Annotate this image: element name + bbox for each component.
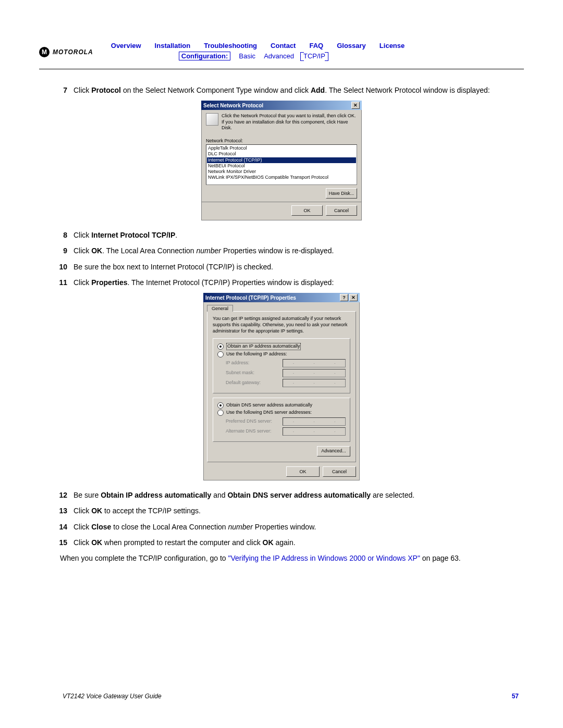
text: Click	[74, 538, 91, 547]
text: Click	[74, 523, 91, 531]
field-label: Preferred DNS server:	[226, 418, 277, 425]
text: .	[175, 231, 177, 239]
list-item[interactable]: AppleTalk Protocol	[207, 145, 356, 151]
bold-text: OK	[91, 538, 102, 547]
footer-title: VT2142 Voice Gateway User Guide	[63, 693, 162, 700]
bold-text: Protocol	[91, 86, 121, 94]
ok-button[interactable]: OK	[291, 205, 323, 216]
alternate-dns-field: Alternate DNS server: ...	[226, 427, 346, 436]
step-13: 13 Click OK to accept the TCP/IP setting…	[39, 505, 524, 516]
advanced-button[interactable]: Advanced...	[317, 446, 350, 456]
closing-paragraph: When you complete the TCP/IP configurati…	[60, 553, 524, 563]
nav-installation[interactable]: Installation	[155, 42, 191, 50]
header-divider	[39, 69, 524, 69]
text: on the Select Network Component Type win…	[121, 86, 311, 94]
cancel-button[interactable]: Cancel	[326, 205, 357, 216]
text: again.	[274, 538, 296, 547]
step-number: 15	[39, 537, 74, 548]
text: Be sure	[74, 491, 101, 499]
text: Click	[74, 278, 91, 287]
protocol-list-label: Network Protocol:	[206, 138, 357, 143]
protocol-list[interactable]: AppleTalk Protocol DLC Protocol Internet…	[206, 144, 357, 185]
text: Click	[74, 507, 91, 515]
text: to accept the TCP/IP settings.	[102, 507, 201, 515]
subnav-basic[interactable]: Basic	[239, 52, 255, 60]
radio-icon	[217, 351, 224, 357]
have-disk-button[interactable]: Have Disk...	[326, 188, 357, 199]
step-12: 12 Be sure Obtain IP address automatical…	[39, 490, 524, 500]
dialog-description: You can get IP settings assigned automat…	[213, 316, 350, 334]
nav-license[interactable]: License	[380, 42, 405, 50]
step-number: 14	[39, 522, 74, 532]
radio-icon	[217, 402, 224, 409]
bold-text: Internet Protocol TCP/IP	[91, 231, 175, 239]
subnav-tcpip[interactable]: TCP/IP	[302, 52, 326, 60]
text: to close the Local Area Connection	[111, 523, 228, 531]
text: Properties window is re-displayed.	[221, 246, 334, 255]
text: on page 63.	[420, 554, 461, 562]
bold-text: OK	[91, 507, 102, 515]
nav-faq[interactable]: FAQ	[309, 42, 323, 50]
step-number: 8	[39, 230, 74, 240]
cancel-button[interactable]: Cancel	[323, 466, 356, 477]
select-network-protocol-dialog: Select Network Protocol ✕ Click the Netw…	[201, 101, 362, 220]
list-item[interactable]: NetBEUI Protocol	[207, 163, 356, 169]
list-item[interactable]: NWLink IPX/SPX/NetBIOS Compatible Transp…	[207, 175, 356, 180]
nav-glossary[interactable]: Glossary	[337, 42, 366, 50]
subnav-advanced[interactable]: Advanced	[264, 52, 294, 60]
bold-text: Add	[311, 86, 325, 94]
radio-icon	[217, 343, 224, 350]
close-icon[interactable]: ✕	[351, 102, 360, 109]
subnav-configuration[interactable]: Configuration:	[179, 52, 231, 60]
radio-use-following-dns[interactable]: Use the following DNS server addresses:	[217, 410, 346, 416]
radio-label: Use the following IP address:	[226, 351, 287, 357]
step-10: 10 Be sure the box next to Internet Prot…	[39, 262, 524, 272]
step-number: 10	[39, 262, 74, 272]
text: When you complete the TCP/IP configurati…	[60, 554, 228, 562]
bold-text: Properties	[91, 278, 127, 287]
text: and	[211, 491, 227, 499]
step-number: 7	[39, 85, 74, 95]
ok-button[interactable]: OK	[286, 466, 320, 477]
text: . The Local Area Connection	[102, 246, 196, 255]
radio-label: Obtain an IP address automatically	[226, 343, 301, 350]
text: Click	[74, 231, 91, 239]
text: . The Select Network Protocol window is …	[325, 86, 489, 94]
tab-general[interactable]: General	[207, 305, 233, 312]
text: Click	[74, 86, 91, 94]
text: Properties window.	[253, 523, 316, 531]
radio-label: Obtain DNS server address automatically	[226, 402, 312, 409]
protocol-icon	[206, 113, 218, 126]
help-icon[interactable]: ?	[340, 294, 348, 301]
nav-contact[interactable]: Contact	[271, 42, 296, 50]
bold-text: OK	[263, 538, 274, 547]
dialog-title: Internet Protocol (TCP/IP) Properties	[205, 295, 296, 301]
link-verify-ip[interactable]: "Verifying the IP Address in Windows 200…	[228, 554, 420, 562]
radio-icon	[217, 410, 224, 416]
step-11: 11 Click Properties. The Internet Protoc…	[39, 277, 524, 288]
list-item[interactable]: Network Monitor Driver	[207, 169, 356, 175]
subnet-mask-field: Subnet mask: ...	[226, 369, 346, 377]
radio-obtain-ip-auto[interactable]: Obtain an IP address automatically	[217, 343, 346, 350]
brand-wordmark: MOTOROLA	[53, 48, 93, 56]
nav-troubleshooting[interactable]: Troubleshooting	[204, 42, 257, 50]
nav-overview[interactable]: Overview	[111, 42, 141, 50]
step-number: 9	[39, 245, 74, 256]
radio-obtain-dns-auto[interactable]: Obtain DNS server address automatically	[217, 402, 346, 409]
text: . The Internet Protocol (TCP/IP) Propert…	[127, 278, 334, 287]
italic-text: number	[197, 246, 221, 255]
radio-use-following-ip[interactable]: Use the following IP address:	[217, 351, 346, 357]
brand-logo: M MOTOROLA	[39, 47, 93, 57]
list-item-selected[interactable]: Internet Protocol (TCP/IP)	[207, 157, 356, 163]
dialog-description: Click the Network Protocol that you want…	[222, 113, 357, 131]
close-icon[interactable]: ✕	[349, 294, 358, 301]
dialog-title: Select Network Protocol	[203, 103, 263, 108]
ip-address-field: IP address: ...	[226, 359, 346, 367]
step-number: 13	[39, 505, 74, 516]
text: are selected.	[371, 491, 414, 499]
list-item[interactable]: DLC Protocol	[207, 151, 356, 157]
field-label: Default gateway:	[226, 380, 277, 386]
default-gateway-field: Default gateway: ...	[226, 379, 346, 387]
text: when prompted to restart the computer an…	[102, 538, 262, 547]
step-9: 9 Click OK. The Local Area Connection nu…	[39, 245, 524, 256]
